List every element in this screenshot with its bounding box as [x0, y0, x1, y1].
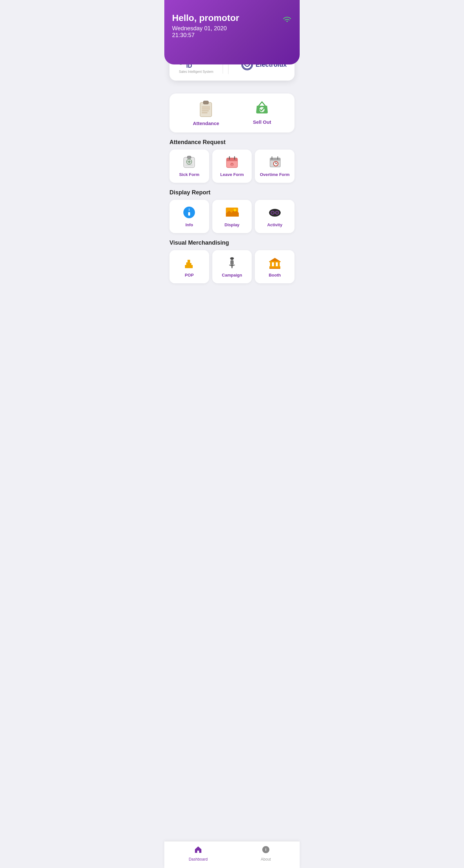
svg-rect-24 — [270, 159, 280, 160]
leave-form-label: Leave Form — [220, 172, 244, 177]
svg-point-58 — [232, 263, 233, 264]
attendance-request-title: Attendance Request — [169, 139, 295, 146]
svg-point-57 — [232, 263, 232, 264]
display-label: Display — [225, 222, 239, 227]
dashboard-nav-label: Dashboard — [189, 857, 208, 862]
visual-merchandising-grid: POP Campaign — [169, 250, 295, 283]
about-nav-icon: i — [261, 845, 270, 856]
activity-label: Activity — [267, 222, 282, 227]
svg-point-34 — [234, 209, 236, 211]
quick-actions-card: Attendance Sell Out — [169, 93, 295, 132]
svg-point-56 — [231, 263, 232, 264]
svg-rect-10 — [187, 156, 191, 159]
attendance-request-grid: Sick Form ! Leave Form — [169, 150, 295, 183]
activity-button[interactable]: Activity — [255, 200, 295, 233]
attendance-button[interactable]: Attendance — [193, 100, 219, 126]
info-label: Info — [185, 222, 193, 227]
time-text: 21:30:57 — [172, 32, 292, 39]
display-icon — [225, 206, 239, 219]
display-report-grid: i Info Display — [169, 200, 295, 233]
dashboard-nav-icon — [194, 845, 203, 856]
booth-icon — [268, 256, 282, 270]
display-button[interactable]: Display — [212, 200, 252, 233]
pop-icon — [182, 256, 196, 270]
activity-icon — [268, 206, 282, 219]
svg-rect-17 — [226, 160, 238, 161]
sellout-label: Sell Out — [253, 119, 271, 125]
svg-rect-3 — [203, 101, 209, 104]
svg-rect-52 — [231, 260, 233, 265]
overtime-form-button[interactable]: Overtime Form — [255, 150, 295, 183]
header: Hello, promotor Wednesday 01, 2020 21:30… — [164, 0, 300, 64]
date-text: Wednesday 01, 2020 — [172, 25, 292, 32]
svg-point-53 — [231, 261, 232, 262]
campaign-icon — [225, 256, 239, 270]
leave-form-button[interactable]: ! Leave Form — [212, 150, 252, 183]
svg-point-55 — [232, 261, 233, 262]
wifi-icon — [282, 16, 292, 25]
about-nav-label: About — [261, 857, 271, 862]
sintesys-tagline: Sales Intelligent System — [179, 70, 213, 73]
svg-text:!: ! — [232, 163, 233, 166]
svg-text:i: i — [265, 847, 266, 852]
visual-merchandising-title: Visual Merchandising — [169, 240, 295, 246]
overtime-form-icon — [268, 155, 282, 169]
sick-form-label: Sick Form — [179, 172, 199, 177]
main-content: Attendance Sell Out Attendance Request — [164, 86, 300, 322]
pop-button[interactable]: POP — [169, 250, 209, 283]
booth-button[interactable]: Booth — [255, 250, 295, 283]
basket-icon — [254, 100, 270, 117]
booth-label: Booth — [269, 273, 281, 278]
nav-dashboard[interactable]: Dashboard — [164, 845, 232, 862]
sick-form-button[interactable]: Sick Form — [169, 150, 209, 183]
overtime-form-label: Overtime Form — [260, 172, 289, 177]
svg-point-54 — [232, 261, 232, 262]
clipboard-icon — [197, 100, 214, 118]
campaign-button[interactable]: Campaign — [212, 250, 252, 283]
greeting-text: Hello, promotor — [172, 13, 292, 23]
bottom-nav: Dashboard i About — [164, 841, 300, 868]
attendance-label: Attendance — [193, 121, 219, 126]
nav-about[interactable]: i About — [232, 845, 300, 862]
svg-text:i: i — [189, 208, 190, 211]
svg-point-50 — [231, 258, 233, 259]
svg-rect-32 — [188, 212, 190, 216]
svg-rect-47 — [190, 265, 193, 268]
campaign-label: Campaign — [222, 273, 242, 278]
sellout-button[interactable]: Sell Out — [253, 100, 271, 126]
sick-form-icon — [182, 155, 196, 169]
leave-form-icon: ! — [225, 155, 239, 169]
info-icon: i — [182, 206, 196, 219]
pop-label: POP — [185, 273, 194, 278]
info-button[interactable]: i Info — [169, 200, 209, 233]
display-report-title: Display Report — [169, 189, 295, 196]
svg-rect-65 — [269, 261, 280, 262]
svg-rect-40 — [271, 211, 279, 214]
svg-rect-2 — [200, 102, 212, 117]
